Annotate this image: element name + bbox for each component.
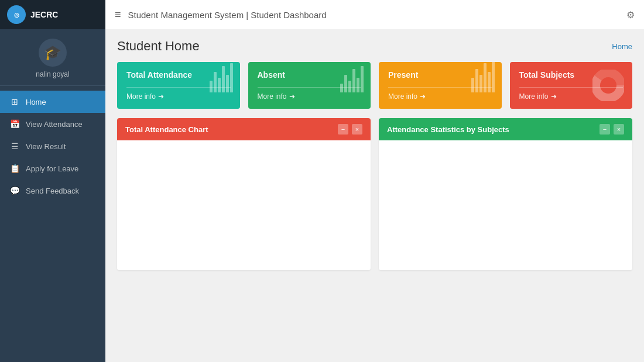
sidebar-item-apply-leave-label: Apply for Leave bbox=[26, 164, 78, 173]
username: nalin goyal bbox=[36, 70, 69, 78]
minimize-statistics-button[interactable]: − bbox=[600, 124, 610, 135]
panel-attendance-chart: Total Attendance Chart − × bbox=[117, 118, 371, 270]
home-icon: ⊞ bbox=[9, 97, 20, 106]
topbar: ≡ Student Management System | Student Da… bbox=[105, 0, 644, 29]
panel-header-statistics: Attendance Statistics by Subjects − × bbox=[379, 118, 632, 140]
stat-card-absent: Absent More info ➜ bbox=[248, 62, 371, 109]
sidebar: ◎ JECRC 🎓 nalin goyal ⊞ Home 📅 View Atte… bbox=[0, 0, 105, 362]
sidebar-item-home[interactable]: ⊞ Home bbox=[0, 91, 105, 113]
hamburger-icon[interactable]: ≡ bbox=[115, 9, 121, 21]
stat-footer-total-attendance[interactable]: More info ➜ bbox=[126, 87, 231, 101]
stat-card-total-attendance: Total Attendance More info ➜ bbox=[117, 62, 240, 109]
logo-icon: ◎ bbox=[14, 12, 19, 18]
panel-body-statistics bbox=[379, 140, 632, 269]
close-attendance-button[interactable]: × bbox=[352, 124, 362, 135]
minimize-attendance-button[interactable]: − bbox=[338, 124, 348, 135]
avatar-icon: 🎓 bbox=[44, 44, 61, 61]
main-content: ≡ Student Management System | Student Da… bbox=[105, 0, 644, 362]
avatar: 🎓 bbox=[39, 39, 67, 67]
page-header: Student Home Home bbox=[117, 39, 632, 54]
stat-card-total-subjects: Total Subjects More info ➜ bbox=[510, 62, 633, 109]
topbar-title: Student Management System | Student Dash… bbox=[128, 10, 327, 20]
arrow-icon-subjects: ➜ bbox=[551, 92, 557, 101]
arrow-icon-attendance: ➜ bbox=[158, 92, 164, 101]
sidebar-item-send-feedback-label: Send Feedback bbox=[26, 187, 79, 195]
stat-footer-present[interactable]: More info ➜ bbox=[388, 87, 492, 101]
app-name: JECRC bbox=[30, 10, 58, 19]
arrow-icon-present: ➜ bbox=[420, 92, 426, 101]
topbar-left: ≡ Student Management System | Student Da… bbox=[115, 9, 327, 21]
app-logo: ◎ bbox=[7, 5, 26, 24]
leave-icon: 📋 bbox=[9, 164, 20, 173]
more-info-label-attendance: More info bbox=[126, 92, 156, 101]
close-statistics-button[interactable]: × bbox=[614, 124, 624, 135]
panel-header-attendance: Total Attendance Chart − × bbox=[117, 118, 371, 140]
stat-footer-total-subjects[interactable]: More info ➜ bbox=[519, 87, 624, 101]
sidebar-item-send-feedback[interactable]: 💬 Send Feedback bbox=[0, 180, 105, 202]
stat-card-present: Present More info ➜ bbox=[379, 62, 502, 109]
panel-statistics-subjects: Attendance Statistics by Subjects − × bbox=[379, 118, 632, 270]
arrow-icon-absent: ➜ bbox=[289, 92, 295, 101]
feedback-icon: 💬 bbox=[9, 186, 20, 195]
sidebar-item-view-result-label: View Result bbox=[26, 142, 66, 151]
sidebar-item-view-attendance[interactable]: 📅 View Attendance bbox=[0, 113, 105, 135]
calendar-icon: 📅 bbox=[9, 119, 20, 129]
settings-icon[interactable]: ⚙ bbox=[626, 9, 635, 20]
stats-row: Total Attendance More info ➜ Absent bbox=[117, 62, 632, 109]
sidebar-item-view-attendance-label: View Attendance bbox=[26, 120, 83, 129]
panel-controls-statistics: − × bbox=[600, 124, 624, 135]
content-area: Student Home Home Total Attendance More … bbox=[105, 29, 644, 362]
more-info-label-absent: More info bbox=[258, 92, 287, 101]
user-profile: 🎓 nalin goyal bbox=[0, 29, 105, 86]
panel-body-attendance bbox=[117, 140, 371, 269]
sidebar-item-view-result[interactable]: ☰ View Result bbox=[0, 135, 105, 157]
panel-title-statistics: Attendance Statistics by Subjects bbox=[387, 125, 509, 134]
panel-title-attendance: Total Attendance Chart bbox=[125, 125, 208, 134]
panel-title-left-stats: Attendance Statistics by Subjects bbox=[387, 125, 509, 134]
sidebar-item-home-label: Home bbox=[26, 98, 46, 106]
breadcrumb-home[interactable]: Home bbox=[612, 42, 632, 51]
panel-title-left: Total Attendance Chart bbox=[125, 125, 208, 134]
page-title: Student Home bbox=[117, 39, 200, 54]
sidebar-nav: ⊞ Home 📅 View Attendance ☰ View Result 📋… bbox=[0, 86, 105, 202]
stat-footer-absent[interactable]: More info ➜ bbox=[258, 87, 362, 101]
panels-row: Total Attendance Chart − × Attendance St… bbox=[117, 118, 632, 270]
result-icon: ☰ bbox=[9, 142, 20, 151]
more-info-label-subjects: More info bbox=[519, 92, 549, 101]
sidebar-item-apply-leave[interactable]: 📋 Apply for Leave bbox=[0, 157, 105, 180]
sidebar-header: ◎ JECRC bbox=[0, 0, 105, 29]
more-info-label-present: More info bbox=[388, 92, 417, 101]
panel-controls-attendance: − × bbox=[338, 124, 362, 135]
